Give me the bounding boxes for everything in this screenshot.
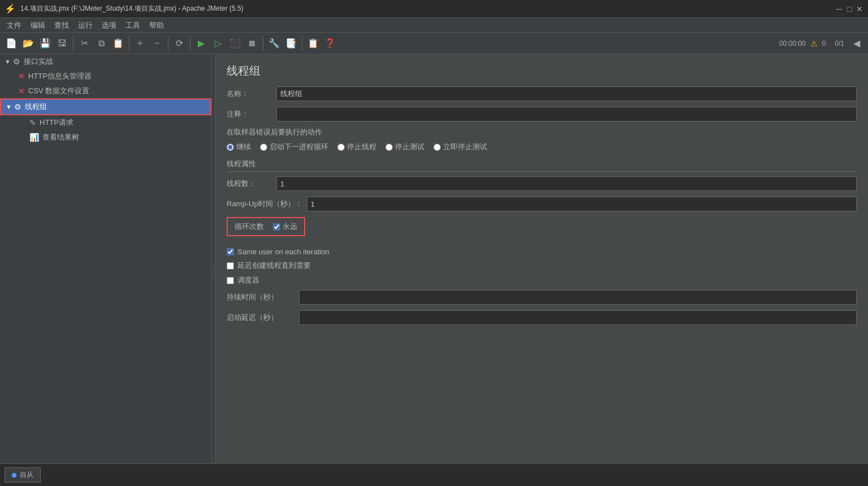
help-icon-btn[interactable]: ❓: [322, 36, 338, 51]
name-input[interactable]: [276, 86, 857, 101]
taskbar: 自从: [0, 463, 868, 486]
radio-stop-test-label: 停止测试: [395, 142, 424, 152]
same-user-label: Same user on each iteration: [237, 248, 329, 256]
scheduler-checkbox[interactable]: [227, 277, 234, 284]
status-expand-button[interactable]: ◀: [849, 36, 865, 51]
clear-button[interactable]: ⟳: [171, 36, 187, 51]
forever-checkbox[interactable]: [273, 223, 280, 231]
start-button[interactable]: ▶: [193, 36, 209, 51]
same-user-checkbox[interactable]: [227, 248, 234, 255]
toolbar-separator-1: [73, 37, 73, 50]
start-no-pause-button[interactable]: ▷: [210, 36, 226, 51]
start-delay-label: 启动延迟（秒）: [227, 313, 294, 323]
radio-start-next-input[interactable]: [260, 144, 267, 151]
thread-group-icon: ⚙: [14, 102, 21, 111]
sidebar: ▼ ⚙ 接口实战 ✕ HTTP信息头管理器 ✕ CSV 数据文件设置 ▼ ⚙ 线…: [0, 54, 212, 486]
ramp-up-input[interactable]: [307, 197, 857, 211]
taskbar-item[interactable]: 自从: [5, 467, 41, 483]
remote-button[interactable]: 🔧: [266, 36, 282, 51]
start-delay-row: 启动延迟（秒）: [227, 310, 857, 325]
thread-props-section: 线程属性 线程数： Ramp-Up时间（秒）： 循环次数 永远: [227, 159, 857, 325]
template-button[interactable]: 📑: [283, 36, 299, 51]
radio-stop-test[interactable]: 停止测试: [385, 142, 424, 152]
log-button[interactable]: 📋: [305, 36, 321, 51]
forever-checkbox-label[interactable]: 永远: [273, 222, 297, 232]
name-row: 名称：: [227, 86, 857, 101]
menu-tools[interactable]: 工具: [121, 19, 145, 32]
status-errors: 0: [822, 40, 826, 47]
sidebar-item-http-request[interactable]: ✎ HTTP请求: [0, 115, 211, 130]
menu-bar: 文件 编辑 查找 运行 选项 工具 帮助: [0, 18, 868, 33]
menu-help[interactable]: 帮助: [145, 19, 168, 32]
stop-button[interactable]: ⬛: [227, 36, 243, 51]
status-area: 00:00:00 ⚠ 0 0/1 ◀: [779, 36, 865, 51]
sidebar-item-root[interactable]: ▼ ⚙ 接口实战: [0, 54, 211, 69]
collapse-arrow-thread: ▼: [6, 103, 12, 110]
sidebar-item-thread-group[interactable]: ▼ ⚙ 线程组: [0, 98, 211, 115]
copy-button[interactable]: ⧉: [93, 36, 109, 51]
close-button[interactable]: ✕: [856, 5, 863, 13]
menu-run[interactable]: 运行: [73, 19, 97, 32]
toolbar-separator-5: [263, 37, 263, 50]
shutdown-button[interactable]: ⏹: [244, 36, 260, 51]
new-button[interactable]: 📄: [3, 36, 19, 51]
open-button[interactable]: 📂: [20, 36, 36, 51]
minimize-button[interactable]: ─: [835, 5, 843, 13]
sidebar-results-label: 查看结果树: [42, 132, 79, 142]
cut-button[interactable]: ✂: [76, 36, 92, 51]
remove-button[interactable]: －: [149, 36, 165, 51]
save-button[interactable]: 💾: [37, 36, 53, 51]
duration-input[interactable]: [299, 290, 857, 305]
title-text: 14.项目实战.jmx (F:\JMeter_Study\14.项目实战.jmx…: [20, 4, 835, 14]
radio-start-next[interactable]: 启动下一进程循环: [260, 142, 328, 152]
comment-label: 注释：: [227, 109, 272, 119]
radio-stop-thread-input[interactable]: [337, 144, 345, 151]
sidebar-item-http-header[interactable]: ✕ HTTP信息头管理器: [0, 69, 211, 84]
toolbar-separator-6: [302, 37, 302, 50]
loop-highlight-box: 循环次数 永远: [227, 217, 305, 236]
paste-button[interactable]: 📋: [110, 36, 126, 51]
menu-edit[interactable]: 编辑: [26, 19, 50, 32]
radio-group: 继续 启动下一进程循环 停止线程 停止测试 立即停止测试: [227, 142, 857, 152]
warning-icon: ⚠: [810, 39, 818, 48]
delay-create-row[interactable]: 延迟创建线程直到需要: [227, 261, 857, 271]
sidebar-root-label: 接口实战: [24, 57, 53, 67]
radio-start-next-label: 启动下一进程循环: [270, 142, 328, 152]
radio-stop-test-input[interactable]: [385, 144, 393, 151]
radio-continue[interactable]: 继续: [227, 142, 251, 152]
add-button[interactable]: ＋: [132, 36, 148, 51]
content-panel: 线程组 名称： 注释： 在取样器错误后要执行的动作 继续 启动下一进程循环: [215, 54, 868, 486]
radio-stop-now-input[interactable]: [433, 144, 441, 151]
loop-label: 循环次数: [235, 222, 264, 232]
thread-count-input[interactable]: [276, 176, 857, 191]
status-time: 00:00:00: [779, 40, 806, 47]
collapse-arrow-root: ▼: [5, 58, 11, 65]
taskbar-dot: [12, 473, 16, 478]
thread-count-row: 线程数：: [227, 176, 857, 191]
main-layout: ▼ ⚙ 接口实战 ✕ HTTP信息头管理器 ✕ CSV 数据文件设置 ▼ ⚙ 线…: [0, 54, 868, 486]
radio-stop-thread-label: 停止线程: [347, 142, 376, 152]
name-label: 名称：: [227, 89, 272, 99]
panel-title: 线程组: [227, 63, 857, 79]
radio-continue-input[interactable]: [227, 144, 234, 151]
menu-options[interactable]: 选项: [97, 19, 121, 32]
forever-label: 永远: [283, 222, 297, 232]
same-user-row[interactable]: Same user on each iteration: [227, 248, 857, 256]
sidebar-item-csv-data[interactable]: ✕ CSV 数据文件设置: [0, 84, 211, 98]
error-action-label: 在取样器错误后要执行的动作: [227, 127, 857, 137]
comment-input[interactable]: [276, 107, 857, 122]
radio-stop-now[interactable]: 立即停止测试: [433, 142, 487, 152]
menu-file[interactable]: 文件: [2, 19, 26, 32]
delay-create-checkbox[interactable]: [227, 262, 234, 270]
start-delay-input[interactable]: [299, 310, 857, 325]
save-as-button[interactable]: 🖫: [54, 36, 70, 51]
thread-count-label: 线程数：: [227, 179, 272, 189]
duration-row: 持续时间（秒）: [227, 290, 857, 305]
maximize-button[interactable]: □: [845, 5, 853, 13]
sidebar-item-results-tree[interactable]: 📊 查看结果树: [0, 130, 211, 145]
csv-icon: ✕: [18, 86, 25, 96]
scheduler-row[interactable]: 调度器: [227, 275, 857, 285]
loop-count-row: 循环次数 永远: [227, 217, 857, 242]
radio-stop-thread[interactable]: 停止线程: [337, 142, 376, 152]
menu-find[interactable]: 查找: [50, 19, 73, 32]
